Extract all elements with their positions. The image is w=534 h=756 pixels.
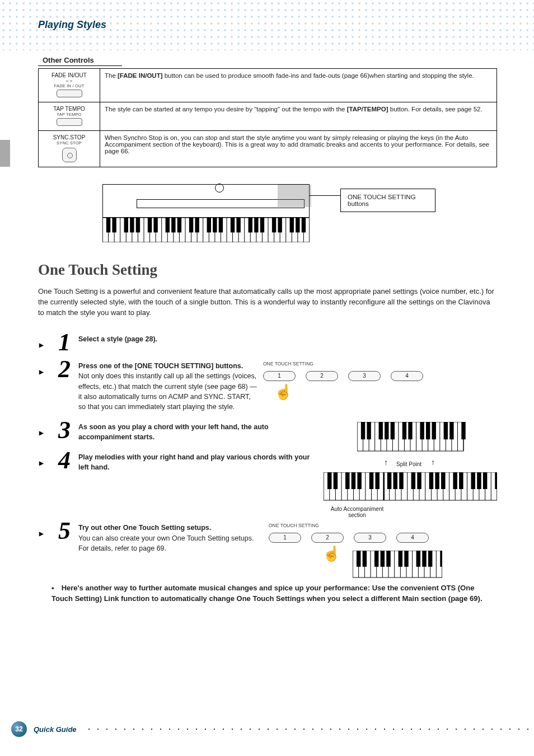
svg-rect-142 [435, 472, 439, 489]
section-tab [0, 140, 10, 167]
svg-rect-88 [391, 422, 395, 439]
ots-button-2: 2 [311, 533, 344, 543]
ots-button-1: 1 [269, 533, 301, 543]
sync-name: SYNC.STOP [41, 134, 97, 140]
footer-dots-icon [85, 729, 534, 730]
panel-outline [102, 184, 310, 218]
fade-name: FADE IN/OUT [41, 72, 97, 78]
svg-rect-149 [495, 472, 497, 489]
ots-button-3: 3 [348, 371, 381, 381]
svg-rect-143 [441, 472, 445, 489]
section-intro: One Touch Setting is a powerful and conv… [38, 287, 497, 318]
svg-rect-91 [420, 422, 424, 439]
svg-rect-133 [357, 472, 361, 489]
ots-button-4: 4 [391, 371, 423, 381]
page-header: Playing Styles [38, 19, 106, 31]
step-2: 2 Press one of the [ONE TOUCH SETTING] b… [38, 361, 497, 412]
svg-rect-49 [189, 218, 193, 232]
txt-bold: [TAP/TEMPO] [347, 106, 388, 112]
svg-rect-84 [361, 422, 365, 439]
table-row: SYNC.STOP SYNC.STOP When Synchro Stop is… [39, 131, 497, 167]
svg-rect-129 [327, 472, 331, 489]
step-text: For details, refer to page 69. [78, 544, 166, 552]
svg-rect-63 [302, 218, 306, 232]
svg-rect-62 [296, 218, 299, 232]
step-1: 1 Select a style (page 28). [38, 334, 497, 351]
svg-rect-61 [290, 218, 294, 232]
other-controls-heading: Other Controls [38, 56, 122, 66]
ots-location-figure: ONE TOUCH SETTING buttons [102, 184, 433, 246]
lower-keyboard-icon [324, 472, 497, 506]
svg-rect-44 [148, 218, 152, 232]
table-row: TAP TEMPO TAP TEMPO The style can be sta… [39, 102, 497, 131]
svg-rect-53 [219, 218, 223, 232]
step-title: Select a style (page 28). [78, 335, 157, 343]
step-text: You can also create your own One Touch S… [78, 534, 254, 542]
svg-rect-176 [428, 551, 432, 567]
taptempo-cell: TAP TEMPO TAP TEMPO [39, 102, 100, 131]
step-title: Press one of the [ONE TOUCH SETTING] but… [78, 362, 243, 370]
svg-rect-58 [260, 218, 264, 232]
tap-name: TAP TEMPO [41, 106, 97, 112]
svg-rect-171 [386, 551, 390, 567]
ots-button-2: 2 [306, 371, 338, 381]
fade-sub: FADE IN / OUT [41, 83, 97, 88]
ots-button-3: 3 [354, 533, 386, 543]
step-title: As soon as you play a chord with your le… [78, 423, 269, 441]
acc-section-label: Auto Accompaniment section [324, 506, 391, 518]
svg-rect-40 [112, 218, 116, 232]
svg-rect-170 [381, 551, 385, 567]
svg-rect-92 [426, 422, 430, 439]
svg-rect-141 [429, 472, 433, 489]
step-number: 1 [38, 334, 73, 351]
svg-rect-175 [422, 551, 426, 567]
ots-button-1: 1 [263, 371, 296, 381]
syncstop-cell: SYNC.STOP SYNC.STOP [39, 131, 100, 167]
svg-rect-51 [207, 218, 211, 232]
svg-rect-138 [399, 472, 403, 489]
svg-rect-60 [278, 218, 282, 232]
svg-rect-177 [440, 551, 442, 567]
txt: button can be used to produce smooth fad… [163, 72, 474, 79]
svg-rect-144 [453, 472, 457, 489]
svg-rect-135 [375, 472, 379, 489]
step-4: 4 Play melodies with your right hand and… [38, 452, 497, 472]
svg-rect-52 [213, 218, 217, 232]
svg-rect-41 [124, 218, 128, 232]
ots-panel-figure: ONE TOUCH SETTING 1 2 3 4 ☝ [263, 361, 437, 406]
svg-rect-94 [444, 422, 448, 439]
svg-rect-130 [334, 472, 338, 489]
svg-rect-93 [432, 422, 436, 439]
svg-rect-85 [367, 422, 371, 439]
upper-keyboard-icon [357, 422, 531, 456]
svg-rect-167 [357, 551, 360, 567]
step-5: 5 Try out other One Touch Setting setups… [38, 523, 497, 567]
step-number: 3 [38, 422, 73, 439]
svg-rect-47 [171, 218, 175, 232]
page-number-badge: 32 [11, 721, 27, 737]
hand-point-icon: ☝ [274, 383, 292, 401]
sync-button-icon [62, 148, 77, 162]
fade-button-icon [57, 90, 82, 97]
sync-sub: SYNC.STOP [41, 140, 97, 145]
ots-highlight [278, 185, 311, 207]
svg-rect-145 [459, 472, 463, 489]
svg-rect-90 [408, 422, 412, 439]
svg-rect-86 [379, 422, 383, 439]
ots-panel-label: ONE TOUCH SETTING [263, 361, 313, 367]
fade-desc: The [FADE IN/OUT] button can be used to … [100, 69, 497, 102]
other-controls-table: FADE IN/OUT < > FADE IN / OUT The [FADE … [38, 68, 497, 167]
svg-rect-89 [402, 422, 406, 439]
page-content: Other Controls FADE IN/OUT < > FADE IN /… [38, 56, 497, 604]
txt: button. For details, see page 52. [388, 106, 483, 112]
svg-rect-146 [471, 472, 475, 489]
svg-rect-50 [195, 218, 199, 232]
svg-rect-139 [411, 472, 415, 489]
fade-arrows-icon: < > [41, 78, 97, 83]
keyboard-icon [102, 218, 310, 242]
svg-rect-137 [394, 472, 397, 489]
svg-rect-96 [461, 422, 465, 439]
step-3: 3 As soon as you play a chord with your … [38, 422, 497, 442]
svg-rect-43 [136, 218, 140, 232]
svg-rect-148 [483, 472, 487, 489]
